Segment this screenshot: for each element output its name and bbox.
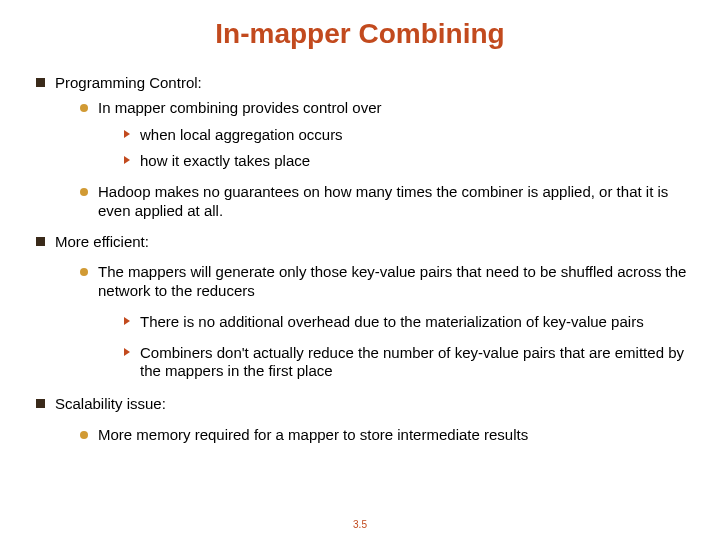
slide-title: In-mapper Combining: [30, 18, 690, 50]
bullet-level2: In mapper combining provides control ove…: [80, 99, 690, 118]
arrow-bullet-icon: [124, 348, 130, 356]
level2-text: Hadoop makes no guarantees on how many t…: [98, 183, 690, 221]
level1-text: More efficient:: [55, 233, 690, 252]
bullet-level1: More efficient:: [36, 233, 690, 252]
bullet-level3: how it exactly takes place: [124, 152, 690, 171]
disc-bullet-icon: [80, 431, 88, 439]
square-bullet-icon: [36, 237, 45, 246]
bullet-level3: There is no additional overhead due to t…: [124, 313, 690, 332]
disc-bullet-icon: [80, 104, 88, 112]
level2-text: More memory required for a mapper to sto…: [98, 426, 690, 445]
arrow-bullet-icon: [124, 156, 130, 164]
disc-bullet-icon: [80, 188, 88, 196]
level3-text: Combiners don't actually reduce the numb…: [140, 344, 690, 382]
level1-text: Scalability issue:: [55, 395, 690, 414]
level1-text: Programming Control:: [55, 74, 690, 93]
level3-text: There is no additional overhead due to t…: [140, 313, 690, 332]
bullet-level2: Hadoop makes no guarantees on how many t…: [80, 183, 690, 221]
level2-text: In mapper combining provides control ove…: [98, 99, 690, 118]
level3-text: when local aggregation occurs: [140, 126, 690, 145]
square-bullet-icon: [36, 399, 45, 408]
arrow-bullet-icon: [124, 130, 130, 138]
square-bullet-icon: [36, 78, 45, 87]
bullet-level2: More memory required for a mapper to sto…: [80, 426, 690, 445]
bullet-level1: Scalability issue:: [36, 395, 690, 414]
bullet-level2: The mappers will generate only those key…: [80, 263, 690, 301]
bullet-level3: when local aggregation occurs: [124, 126, 690, 145]
level2-text: The mappers will generate only those key…: [98, 263, 690, 301]
disc-bullet-icon: [80, 268, 88, 276]
bullet-level1: Programming Control:: [36, 74, 690, 93]
bullet-level3: Combiners don't actually reduce the numb…: [124, 344, 690, 382]
level3-text: how it exactly takes place: [140, 152, 690, 171]
slide: In-mapper Combining Programming Control:…: [0, 0, 720, 540]
page-number: 3.5: [0, 519, 720, 530]
arrow-bullet-icon: [124, 317, 130, 325]
